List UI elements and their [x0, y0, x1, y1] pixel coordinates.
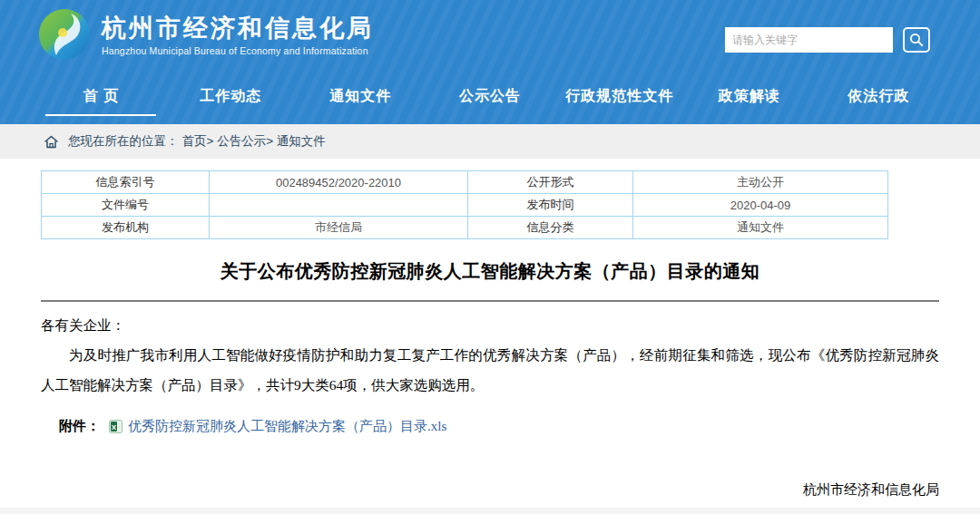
- search-button[interactable]: [903, 27, 930, 53]
- site-logo-icon: [38, 8, 91, 61]
- nav-item-label: 工作动态: [200, 87, 261, 106]
- attachment-link[interactable]: 优秀防控新冠肺炎人工智能解决方案（产品）目录.xls: [128, 418, 446, 435]
- nav-item-notices[interactable]: 通知文件: [296, 77, 426, 124]
- table-row: 信息索引号 002489452/2020-22010 公开形式 主动公开: [42, 171, 888, 194]
- meta-label-disclosure-form: 公开形式: [468, 171, 633, 194]
- nav-item-policy-interpretation[interactable]: 政策解读: [684, 77, 814, 124]
- meta-value-index-number: 002489452/2020-22010: [210, 171, 468, 194]
- meta-value-document-number: [210, 194, 468, 217]
- meta-value-info-category: 通知文件: [633, 217, 888, 239]
- meta-value-publish-date: 2020-04-09: [633, 194, 888, 217]
- nav-item-label: 行政规范性文件: [565, 87, 673, 106]
- breadcrumb: 您现在所在的位置： 首页> 公告公示> 通知文件: [0, 124, 980, 159]
- body-paragraph: 为及时推广我市利用人工智能做好疫情防护和助力复工复产工作的优秀解决方案（产品），…: [41, 340, 939, 400]
- site-title: 杭州市经济和信息化局: [102, 14, 374, 43]
- nav-item-announcements[interactable]: 公示公告: [426, 77, 555, 124]
- excel-file-icon: X: [109, 420, 122, 433]
- meta-label-document-number: 文件编号: [42, 194, 210, 217]
- search-icon: [909, 33, 924, 47]
- home-icon[interactable]: [44, 134, 59, 150]
- salutation: 各有关企业：: [41, 315, 939, 336]
- content-area: 信息索引号 002489452/2020-22010 公开形式 主动公开 文件编…: [0, 159, 980, 514]
- document-body: 关于公布优秀防控新冠肺炎人工智能解决方案（产品）目录的通知 各有关企业： 为及时…: [41, 259, 939, 514]
- nav-item-label: 首 页: [83, 87, 119, 106]
- meta-label-issuing-agency: 发布机构: [42, 217, 210, 239]
- table-row: 文件编号 发布时间 2020-04-09: [42, 194, 888, 217]
- nav-item-label: 公示公告: [459, 87, 521, 106]
- meta-label-index-number: 信息索引号: [42, 171, 210, 194]
- meta-label-publish-date: 发布时间: [468, 194, 633, 217]
- nav-item-law-based-administration[interactable]: 依法行政: [814, 77, 944, 124]
- document-meta-table: 信息索引号 002489452/2020-22010 公开形式 主动公开 文件编…: [41, 170, 888, 239]
- site-header: 杭州市经济和信息化局 Hangzhou Municipal Bureau of …: [0, 0, 980, 124]
- search-input[interactable]: [725, 27, 893, 53]
- nav-item-home[interactable]: 首 页: [36, 77, 166, 124]
- site-subtitle: Hangzhou Municipal Bureau of Economy and…: [102, 45, 374, 56]
- breadcrumb-path[interactable]: 首页> 公告公示> 通知文件: [182, 133, 326, 150]
- breadcrumb-prefix: 您现在所在的位置：: [68, 133, 179, 150]
- signature-org: 杭州市经济和信息化局: [41, 477, 939, 502]
- nav-item-label: 政策解读: [719, 87, 780, 106]
- page-title: 关于公布优秀防控新冠肺炎人工智能解决方案（产品）目录的通知: [41, 259, 939, 284]
- search-bar: [725, 27, 930, 53]
- active-underline: [45, 114, 156, 116]
- brand[interactable]: 杭州市经济和信息化局 Hangzhou Municipal Bureau of …: [38, 8, 374, 61]
- meta-label-info-category: 信息分类: [468, 217, 633, 239]
- nav-item-label: 依法行政: [848, 87, 910, 106]
- nav-item-work-news[interactable]: 工作动态: [166, 77, 296, 124]
- table-row: 发布机构 市经信局 信息分类 通知文件: [42, 217, 888, 239]
- nav-item-label: 通知文件: [329, 87, 391, 106]
- page: 杭州市经济和信息化局 Hangzhou Municipal Bureau of …: [0, 0, 980, 514]
- title-divider: [41, 300, 939, 302]
- main-nav: 首 页 工作动态 通知文件 公示公告 行政规范性文件 政策解读: [0, 77, 980, 124]
- page-bottom-strip: [0, 508, 980, 514]
- meta-value-issuing-agency: 市经信局: [210, 217, 468, 239]
- nav-item-regulatory-documents[interactable]: 行政规范性文件: [554, 77, 684, 124]
- svg-text:X: X: [112, 423, 117, 432]
- meta-value-disclosure-form: 主动公开: [633, 171, 888, 194]
- attachment-label: 附件：: [59, 418, 100, 435]
- attachment-row: 附件： X 优秀防控新冠肺炎人工智能解决方案（产品）目录.xls: [59, 418, 939, 435]
- brand-text: 杭州市经济和信息化局 Hangzhou Municipal Bureau of …: [102, 14, 374, 56]
